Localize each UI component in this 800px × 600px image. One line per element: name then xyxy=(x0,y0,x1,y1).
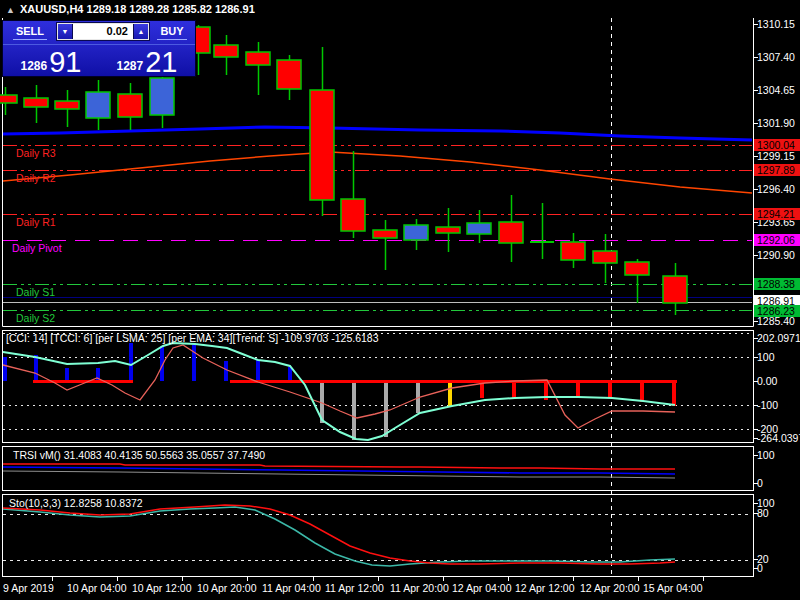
cci-panel-layer xyxy=(3,334,752,441)
sto-panel-layer xyxy=(3,505,752,566)
chart-title-text: XAUUSD,H4 1289.18 1289.28 1285.82 1286.9… xyxy=(20,3,255,15)
bid-pips: 91 xyxy=(49,49,81,76)
lot-size-stepper: ▼ 0.02 ▲ xyxy=(57,23,149,40)
ask-big-figure: 1287 xyxy=(117,59,144,73)
caret-up-icon: ▲ xyxy=(138,28,145,35)
ask-price-display[interactable]: 128721 xyxy=(101,45,193,76)
lot-size-input[interactable]: 0.02 xyxy=(73,24,133,39)
trsi-panel-layer xyxy=(3,464,675,478)
lot-increase-button[interactable]: ▲ xyxy=(133,24,148,39)
one-click-trading-panel: SELL ▼ 0.02 ▲ BUY 128691 128721 xyxy=(2,20,196,77)
overlay-lines xyxy=(3,127,752,303)
trade-panel-top-row: SELL ▼ 0.02 ▲ BUY xyxy=(3,21,195,45)
chart-title: ▲XAUUSD,H4 1289.18 1289.28 1285.82 1286.… xyxy=(6,3,255,15)
lot-decrease-button[interactable]: ▼ xyxy=(58,24,73,39)
sell-button[interactable]: SELL xyxy=(5,23,55,41)
buy-button[interactable]: BUY xyxy=(151,23,193,41)
bid-big-figure: 1286 xyxy=(21,59,48,73)
chart-canvas[interactable] xyxy=(0,0,800,600)
caret-down-icon: ▼ xyxy=(62,28,69,35)
bid-price-display[interactable]: 128691 xyxy=(5,45,97,76)
trade-panel-price-row: 128691 128721 xyxy=(3,45,195,77)
buy-button-label: BUY xyxy=(157,25,186,40)
collapse-panel-icon[interactable]: ▲ xyxy=(6,5,15,15)
sell-button-label: SELL xyxy=(13,25,47,40)
mt4-chart-window: [CCI: 14] [TCCI: 6] [per LSMA: 25] [per … xyxy=(0,0,800,600)
ask-pips: 21 xyxy=(145,49,177,76)
